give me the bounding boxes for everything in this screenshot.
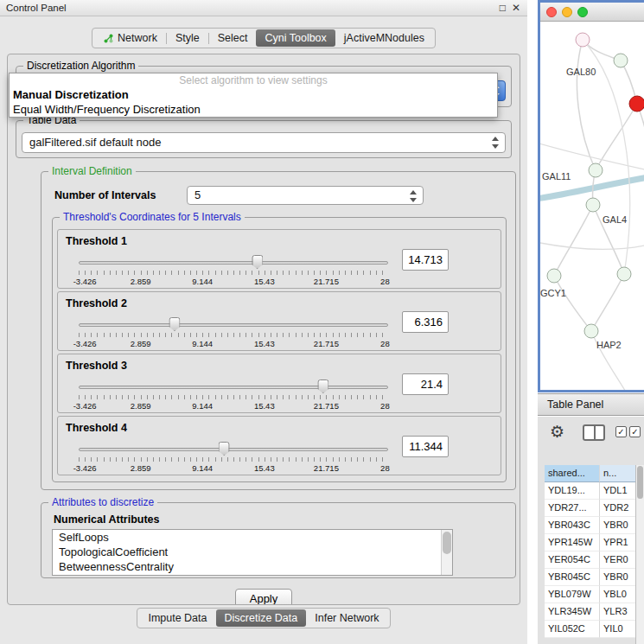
table-row[interactable]: YBL079WYBL0 [545,586,635,603]
network-canvas[interactable]: GAL80 GAL11 GAL4 GCY1 HAP2 [540,22,644,390]
window-zoom-button[interactable] [577,7,588,17]
table-row[interactable]: YBR043CYBR0 [545,517,635,534]
slider-thumb[interactable] [169,317,180,331]
threshold-1-value-field[interactable] [402,249,449,271]
close-icon[interactable]: ✕ [512,0,520,16]
scrollbar-thumb[interactable] [443,532,451,554]
tab-network[interactable]: Network [94,29,166,47]
cell[interactable]: YER0 [600,552,635,569]
slider-track[interactable] [79,323,388,327]
scrollbar-thumb[interactable] [637,466,643,499]
table-panel-title: Table Panel [547,399,603,411]
list-item[interactable]: SelfLoops [53,530,452,545]
list-item[interactable]: TopologicalCoefficient [53,545,452,559]
slider-thumb[interactable] [317,379,328,393]
list-scrollbar[interactable] [441,530,452,575]
network-node[interactable] [614,54,628,68]
threshold-4-slider[interactable]: -3.426 2.859 9.144 15.43 21.715 28 [79,439,388,474]
network-node[interactable] [547,269,562,284]
table-data-combobox[interactable]: galFiltered.sif default node [22,132,506,153]
cell[interactable]: YDL1 [600,482,635,500]
numerical-attributes-list[interactable]: SelfLoops TopologicalCoefficient Between… [52,529,453,576]
table-row[interactable]: YBR045CYBR0 [545,569,635,586]
cell[interactable]: YLR345W [545,603,600,621]
dropdown-option-manual[interactable]: Manual Discretization [10,87,497,102]
threshold-4-value-field[interactable] [402,436,449,457]
tab-style[interactable]: Style [167,29,208,47]
network-node[interactable] [589,163,603,178]
window-minimize-button[interactable] [562,7,572,17]
tab-infer-network[interactable]: Infer Network [306,609,387,627]
cell[interactable]: YDR2 [600,500,635,517]
cell[interactable]: YIL052C [545,621,600,638]
threshold-2-slider[interactable]: -3.426 2.859 9.144 15.43 21.715 28 [79,315,388,349]
tick-label: 9.144 [192,339,213,348]
float-window-icon[interactable]: □ [500,0,506,16]
tab-select[interactable]: Select [209,29,257,47]
apply-button[interactable]: Apply [235,589,293,605]
threshold-1-slider[interactable]: -3.426 2.859 9.144 15.43 21.715 28 [79,252,388,287]
window-close-button[interactable] [546,7,557,17]
tab-label: Cyni Toolbox [265,32,326,44]
cell[interactable]: YBR043C [545,517,600,534]
threshold-3-value-field[interactable] [402,373,449,395]
threshold-3-slider[interactable]: -3.426 2.859 9.144 15.43 21.715 28 [79,377,388,411]
threshold-label: Threshold 2 [66,297,127,309]
tick-label: 2.859 [131,463,151,473]
table-row[interactable]: YDL19...YDL1 [545,482,635,500]
threshold-2-value-field[interactable] [402,311,449,333]
tab-cyni-toolbox[interactable]: Cyni Toolbox [256,29,335,47]
select-columns-checkbox-icon[interactable]: ✓ [629,426,641,437]
column-header-name[interactable]: n... [600,465,635,482]
apply-row: Apply [8,589,520,605]
slider-thumb[interactable] [252,255,263,269]
tab-label: jActiveMNodules [344,32,424,44]
tab-jactivemnodules[interactable]: jActiveMNodules [335,29,433,47]
table-row[interactable]: YIL052CYIL0 [545,621,635,638]
slider-track[interactable] [79,386,388,389]
cell[interactable]: YBR0 [600,517,635,534]
dropdown-option-equal-width[interactable]: Equal Width/Frequency Discretization [10,102,497,117]
combo-arrows-icon[interactable] [491,136,501,150]
slider-thumb[interactable] [219,442,230,456]
gear-icon[interactable]: ⚙ [550,422,564,442]
tab-impute-data[interactable]: Impute Data [139,609,215,627]
cell[interactable]: YBL0 [600,586,635,603]
list-item[interactable]: BetweennessCentrality [53,559,452,574]
network-node-selected[interactable] [629,96,644,112]
cell[interactable]: YDL19... [545,482,600,500]
slider-track[interactable] [79,261,388,265]
number-of-intervals-spinner[interactable]: 5 [187,186,424,205]
network-node[interactable] [617,267,632,282]
network-node[interactable] [576,33,590,48]
cell[interactable]: YPR1 [600,534,635,552]
cell[interactable]: YLR3 [600,603,635,621]
slider-track[interactable] [79,448,388,451]
cell[interactable]: YIL0 [600,621,635,638]
cell[interactable]: YBR045C [545,569,600,586]
table-scrollbar[interactable] [635,465,644,644]
slider-tick-labels: -3.426 2.859 9.144 15.43 21.715 28 [79,277,388,286]
slider-ticks [79,271,388,275]
cell[interactable]: YDR27... [545,500,600,517]
cell[interactable]: YER054C [545,552,600,569]
cell[interactable]: YPR145W [545,534,600,552]
table-row[interactable]: YER054CYER0 [545,552,635,569]
column-layout-icon[interactable] [583,424,605,441]
cell[interactable]: YBL079W [545,586,600,603]
select-all-checkbox-icon[interactable]: ✓ [615,426,627,437]
spinner-value: 5 [194,188,201,201]
tab-discretize-data[interactable]: Discretize Data [216,609,307,627]
spinner-arrows-icon[interactable] [409,189,418,203]
table-row[interactable]: YLR345WYLR3 [545,603,635,621]
table-row[interactable]: YPR145WYPR1 [545,534,635,552]
network-node[interactable] [584,324,599,339]
cell[interactable]: YBR0 [600,569,635,586]
table-row[interactable]: YDR27...YDR2 [545,500,635,517]
network-node[interactable] [586,198,601,213]
node-attribute-table: shared... n... YDL19...YDL1 YDR27...YDR2… [545,465,635,638]
column-header-shared[interactable]: shared... [545,465,600,482]
network-view-window: GAL80 GAL11 GAL4 GCY1 HAP2 [538,0,644,392]
tab-label: Discretize Data [225,612,298,624]
attributes-group: Attributes to discretize Numerical Attri… [41,502,516,578]
